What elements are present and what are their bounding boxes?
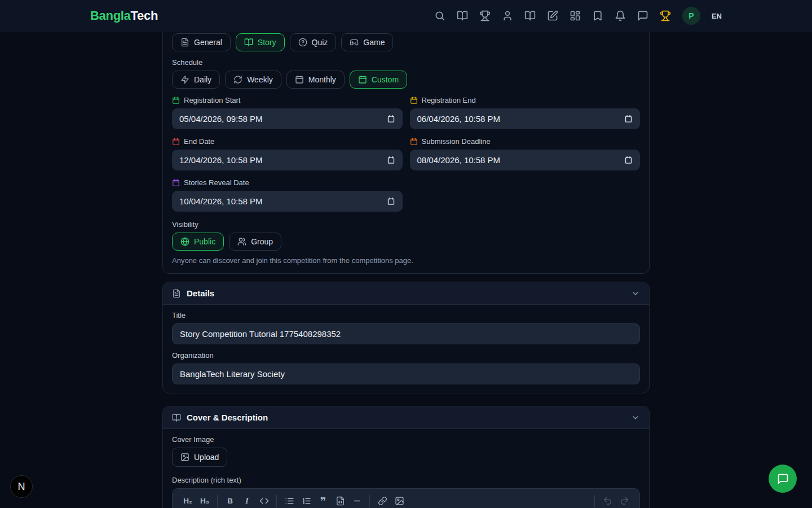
heading3-button[interactable]: H₃	[196, 493, 213, 508]
blockquote-button[interactable]: ❞	[315, 493, 332, 508]
title-input[interactable]	[172, 323, 640, 344]
schedule-custom-button[interactable]: Custom	[350, 71, 407, 89]
inline-code-button[interactable]	[255, 493, 272, 508]
registration-start-input[interactable]: 05/04/2026, 09:58 PM	[172, 108, 403, 129]
calendar-icon	[172, 138, 180, 146]
list-ordered-icon	[302, 496, 311, 506]
heading2-button[interactable]: H₂	[179, 493, 196, 508]
bold-button[interactable]: B	[222, 493, 239, 508]
date-picker-icon[interactable]	[387, 115, 395, 123]
redo-button[interactable]	[616, 493, 633, 508]
file-text-icon	[180, 38, 189, 47]
insert-image-button[interactable]	[391, 493, 408, 508]
competition-form: General Story Quiz Game Schedule	[162, 25, 650, 508]
messages-chat-icon[interactable]	[637, 10, 648, 21]
toolbar-divider	[276, 495, 277, 507]
toolbar-divider	[594, 495, 595, 507]
cover-image-label: Cover Image	[172, 435, 640, 444]
library-book-icon[interactable]	[524, 10, 536, 21]
date-picker-icon[interactable]	[624, 156, 633, 164]
rich-text-editor: H₂ H₃ B I ❞	[172, 488, 640, 508]
stories-reveal-date-input[interactable]: 10/04/2026, 10:58 PM	[172, 191, 403, 212]
details-section-header[interactable]: Details	[163, 282, 649, 305]
users-icon	[237, 237, 246, 246]
chat-fab-button[interactable]	[769, 465, 797, 493]
brand-logo-secondary: Tech	[131, 8, 158, 23]
visibility-helper-text: Anyone can discover and join this compet…	[172, 256, 640, 265]
cover-section-header[interactable]: Cover & Description	[163, 406, 649, 429]
description-label: Description (rich text)	[172, 476, 640, 484]
calendar-icon	[172, 97, 180, 104]
insert-link-button[interactable]	[374, 493, 391, 508]
avatar[interactable]: P	[682, 7, 700, 25]
submission-deadline-label: Submission Deadline	[422, 137, 491, 146]
bookmark-icon[interactable]	[592, 10, 603, 21]
visibility-label: Visibility	[172, 220, 640, 229]
registration-end-label: Registration End	[422, 96, 476, 104]
calendar-icon	[358, 75, 367, 84]
user-icon[interactable]	[502, 10, 513, 21]
competition-type-options: General Story Quiz Game	[172, 33, 640, 51]
submission-deadline-input[interactable]: 08/04/2026, 10:58 PM	[410, 150, 641, 170]
visibility-group-button[interactable]: Group	[229, 233, 281, 251]
edit-compose-icon[interactable]	[547, 10, 558, 21]
chevron-down-icon[interactable]	[631, 289, 640, 298]
cover-description-card: Cover & Description Cover Image Upload D…	[162, 406, 650, 508]
undo-button[interactable]	[599, 493, 616, 508]
brand-logo-primary: Bangla	[90, 8, 131, 23]
schedule-monthly-button[interactable]: Monthly	[286, 71, 345, 89]
date-picker-icon[interactable]	[624, 115, 633, 123]
type-general-button[interactable]: General	[172, 33, 231, 51]
registration-end-field: Registration End 06/04/2026, 10:58 PM	[410, 96, 641, 129]
code-block-button[interactable]	[332, 493, 348, 508]
competitions-trophy-icon-active[interactable]	[660, 10, 671, 21]
trophy-icon[interactable]	[479, 10, 491, 21]
search-icon[interactable]	[434, 10, 445, 21]
file-code-icon	[336, 496, 345, 506]
end-date-input[interactable]: 12/04/2026, 10:58 PM	[172, 150, 403, 170]
end-date-label: End Date	[184, 137, 214, 146]
type-story-button[interactable]: Story	[236, 33, 285, 51]
submission-deadline-field: Submission Deadline 08/04/2026, 10:58 PM	[410, 137, 641, 170]
refresh-icon	[233, 75, 242, 84]
chevron-down-icon[interactable]	[631, 413, 640, 422]
image-icon	[180, 453, 189, 462]
link-icon	[378, 496, 387, 506]
stories-reveal-date-field: Stories Reveal Date 10/04/2026, 10:58 PM	[172, 178, 403, 212]
upload-button[interactable]: Upload	[172, 448, 227, 467]
redo-icon	[620, 496, 629, 506]
brand-logo[interactable]: BanglaTech	[90, 8, 158, 23]
schedule-daily-button[interactable]: Daily	[172, 71, 220, 89]
type-quiz-button[interactable]: Quiz	[290, 33, 337, 51]
registration-start-field: Registration Start 05/04/2026, 09:58 PM	[172, 96, 403, 129]
date-fields-grid: Registration Start 05/04/2026, 09:58 PM …	[172, 96, 640, 212]
header-nav: P EN	[434, 7, 722, 25]
dashboard-grid-icon[interactable]	[570, 10, 581, 21]
horizontal-rule-button[interactable]	[348, 493, 365, 508]
visibility-public-button[interactable]: Public	[172, 233, 224, 251]
date-picker-icon[interactable]	[387, 156, 395, 164]
schedule-weekly-button[interactable]: Weekly	[225, 71, 281, 89]
book-open-icon[interactable]	[457, 10, 468, 21]
date-picker-icon[interactable]	[387, 197, 395, 205]
italic-button[interactable]: I	[239, 493, 255, 508]
language-switcher[interactable]: EN	[712, 12, 722, 20]
registration-end-input[interactable]: 06/04/2026, 10:58 PM	[410, 108, 641, 129]
dev-badge[interactable]: N	[10, 475, 33, 498]
ordered-list-button[interactable]	[298, 493, 315, 508]
schedule-label: Schedule	[172, 58, 640, 67]
toolbar-divider	[369, 495, 370, 507]
image-icon	[395, 496, 404, 506]
visibility-options: Public Group	[172, 233, 640, 251]
calendar-icon	[295, 75, 304, 84]
bullet-list-button[interactable]	[281, 493, 298, 508]
type-game-button[interactable]: Game	[341, 33, 393, 51]
gamepad-icon	[350, 38, 359, 47]
notifications-bell-icon[interactable]	[615, 10, 626, 21]
calendar-icon	[410, 97, 418, 104]
code-icon	[259, 496, 269, 506]
organization-input[interactable]	[172, 364, 640, 384]
organization-label: Organization	[172, 351, 640, 360]
undo-icon	[603, 496, 612, 506]
top-navigation-bar: BanglaTech P EN	[0, 0, 812, 32]
